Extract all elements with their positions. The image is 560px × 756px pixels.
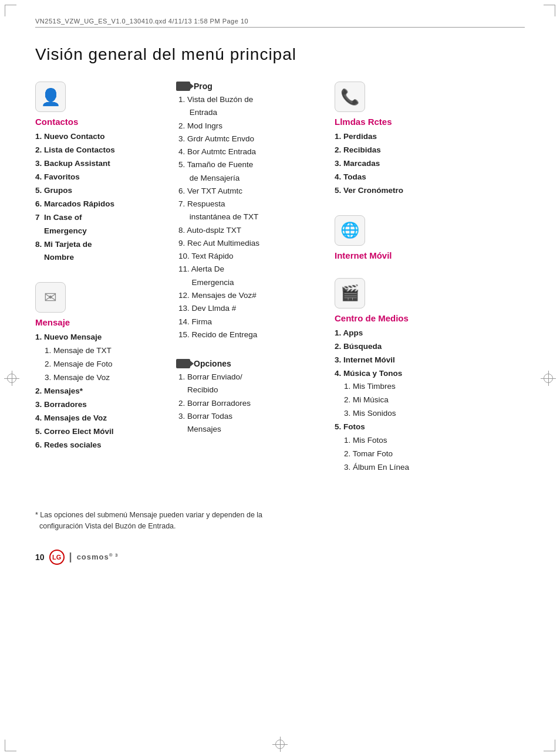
list-item: 4. Todas [335, 171, 481, 184]
list-item: 2. Tomar Foto [335, 448, 481, 461]
cosmos-text: cosmos® 3 [77, 552, 119, 561]
lg-text: LG [52, 554, 61, 561]
medios-heading: Centro de Medios [335, 313, 481, 323]
llamadas-heading: Llmdas Rctes [335, 117, 481, 127]
page-title: Visión general del menú principal [35, 45, 525, 64]
list-item: 1. Borrar Enviado/ Recibido [178, 371, 323, 397]
media-icon: 🎬 [340, 284, 359, 302]
page-number: 10 [35, 552, 45, 562]
list-item: 3. Backup Assistant [35, 157, 164, 171]
list-item: 5. Fotos [335, 421, 481, 434]
list-item: 1. Mis Fotos [335, 434, 481, 448]
list-item: 4. Favoritos [35, 171, 164, 184]
person-icon: 👤 [41, 87, 61, 107]
col-2: Prog 1. Vista del Buzón de Entrada 2. Mo… [170, 82, 329, 453]
list-item: 3. Mensaje de Voz [35, 371, 164, 385]
list-item: 3. Borradores [35, 398, 164, 412]
mensaje-list: 1. Nuevo Mensaje 1. Mensaje de TXT 2. Me… [35, 331, 164, 452]
col-1: 👤 Contactos 1. Nuevo Contacto 2. Lista d… [35, 82, 170, 470]
crop-mark-bl [5, 740, 16, 751]
list-item: 1. Mensaje de TXT [35, 344, 164, 358]
contactos-heading: Contactos [35, 117, 164, 127]
list-item: 3. Álbum En Línea [335, 461, 481, 474]
list-item: 14. Firma [178, 316, 323, 328]
list-item: 1. Nuevo Mensaje [35, 331, 164, 344]
page-footer: 10 LG | cosmos® 3 [35, 550, 525, 565]
opciones-heading: Opciones [176, 359, 323, 368]
list-item: 5. Ver Cronómetro [335, 184, 481, 198]
llamadas-list: 1. Perdidas 2. Recibidas 3. Marcadas 4. … [335, 130, 481, 198]
list-item-apps: 1. Apps [335, 327, 481, 340]
mensaje-heading: Mensaje [35, 317, 164, 327]
list-item: 2. Mod Ingrs [178, 120, 323, 133]
internet-heading: Internet Móvil [335, 250, 481, 260]
medios-list: 1. Apps 2. Búsqueda 3. Internet Móvil 4.… [335, 327, 481, 474]
medios-icon-box: 🎬 [335, 278, 365, 308]
list-item: 5. Tamaño de Fuente de Mensajería [178, 158, 323, 185]
list-item: 2. Recibidas [335, 144, 481, 157]
brand-logo: LG | cosmos® 3 [49, 550, 119, 565]
list-item-ice: 7 In Case of Emergency [35, 211, 164, 238]
prog-heading: Prog [176, 82, 323, 91]
list-item: 3. Marcadas [335, 157, 481, 171]
list-item: 10. Text Rápido [178, 250, 323, 263]
list-item: 5. Correo Elect Móvil [35, 425, 164, 439]
mensaje-icon-box: ✉ [35, 282, 66, 313]
list-item: 8. Mi Tarjeta de Nombre [35, 238, 164, 265]
list-item: 1. Nuevo Contacto [35, 130, 164, 144]
section-prog: Prog 1. Vista del Buzón de Entrada 2. Mo… [176, 82, 323, 341]
list-item: 3. Borrar Todas Mensajes [178, 410, 323, 436]
phone-icon: 📞 [340, 88, 359, 106]
list-item: 2. Borrar Borradores [178, 397, 323, 410]
section-mensaje: ✉ Mensaje 1. Nuevo Mensaje 1. Mensaje de… [35, 282, 164, 452]
list-item: 15. Recido de Entrega [178, 328, 323, 341]
header-line: VN251S_VZW_UG_ES_V1.0_130410.qxd 4/11/13… [35, 18, 525, 28]
list-item: 6. Ver TXT Autmtc [178, 185, 323, 198]
list-item: 13. Dev Llmda # [178, 302, 323, 315]
list-item: 4. Bor Autmtc Entrada [178, 145, 323, 158]
reg-mark-left [7, 374, 16, 383]
opciones-list: 1. Borrar Enviado/ Recibido 2. Borrar Bo… [176, 371, 323, 436]
col-3: 📞 Llmdas Rctes 1. Perdidas 2. Recibidas … [329, 82, 487, 492]
list-item: 11. Alerta De Emergencia [178, 263, 323, 289]
list-item: 6. Marcados Rápidos [35, 198, 164, 211]
section-opciones: Opciones 1. Borrar Enviado/ Recibido 2. … [176, 359, 323, 436]
list-item: 2. Mensajes* [35, 385, 164, 398]
list-item: 8. Auto-dsplz TXT [178, 224, 323, 237]
lg-logo: LG [49, 550, 65, 565]
section-contactos: 👤 Contactos 1. Nuevo Contacto 2. Lista d… [35, 82, 164, 265]
llamadas-icon-box: 📞 [335, 82, 365, 112]
opciones-icon [176, 359, 190, 368]
list-item: 1. Perdidas [335, 130, 481, 144]
section-llamadas: 📞 Llmdas Rctes 1. Perdidas 2. Recibidas … [335, 82, 481, 198]
list-item: 2. Lista de Contactos [35, 144, 164, 157]
section-internet: 🌐 Internet Móvil [335, 215, 481, 260]
list-item: 4. Música y Tonos [335, 367, 481, 381]
contactos-icon-box: 👤 [35, 82, 66, 112]
crop-mark-tl [5, 5, 16, 16]
globe-icon: 🌐 [340, 221, 359, 239]
internet-icon-box: 🌐 [335, 215, 365, 246]
list-item: 9. Rec Aut Multimedias [178, 237, 323, 250]
footer-note-text: * Las opciones del submenú Mensaje puede… [35, 511, 262, 530]
reg-mark-right [544, 374, 553, 383]
prog-list: 1. Vista del Buzón de Entrada 2. Mod Ing… [176, 93, 323, 341]
page-container: VN251S_VZW_UG_ES_V1.0_130410.qxd 4/11/13… [0, 0, 560, 756]
list-item: 5. Grupos [35, 184, 164, 198]
list-item: 7. Respuesta instantánea de TXT [178, 198, 323, 224]
list-item: 3. Mis Sonidos [335, 407, 481, 421]
opciones-heading-text: Opciones [194, 359, 231, 368]
list-item: 6. Redes sociales [35, 439, 164, 452]
list-item: 3. Grdr Autmtc Envdo [178, 133, 323, 145]
list-item: 2. Búsqueda [335, 340, 481, 354]
list-item: 3. Internet Móvil [335, 354, 481, 367]
main-grid: 👤 Contactos 1. Nuevo Contacto 2. Lista d… [35, 82, 525, 492]
crop-mark-br [544, 740, 555, 751]
list-item: 1. Mis Timbres [335, 380, 481, 394]
list-item: 4. Mensajes de Voz [35, 412, 164, 425]
brand-divider: | [69, 551, 72, 563]
envelope-icon: ✉ [44, 289, 57, 307]
section-medios: 🎬 Centro de Medios 1. Apps 2. Búsqueda 3… [335, 278, 481, 474]
list-item: 2. Mi Música [335, 394, 481, 407]
list-item: 12. Mensajes de Voz# [178, 289, 323, 302]
